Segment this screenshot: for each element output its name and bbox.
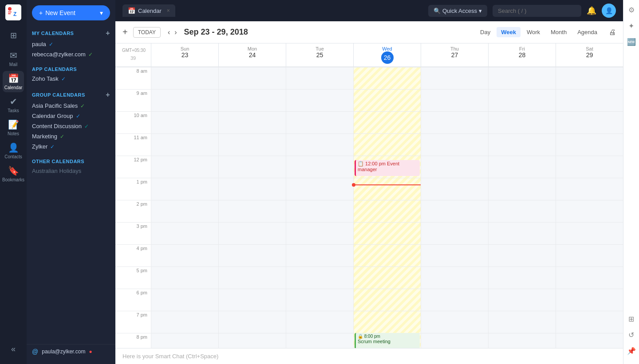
- day-cell[interactable]: [421, 156, 488, 178]
- day-cell[interactable]: [489, 333, 556, 348]
- day-cell[interactable]: [489, 111, 556, 133]
- day-cell[interactable]: [286, 200, 353, 222]
- day-col-fri[interactable]: [488, 67, 556, 348]
- day-cell[interactable]: [489, 133, 556, 156]
- sidebar-item-zylker[interactable]: Zylker ✓: [27, 141, 115, 152]
- day-cell[interactable]: [286, 244, 353, 266]
- day-cell[interactable]: [151, 222, 218, 244]
- sidebar-item-calendar-group[interactable]: Calendar Group ✓: [27, 111, 115, 121]
- day-cell[interactable]: [421, 311, 488, 333]
- new-event-button[interactable]: + New Event ▾: [32, 5, 110, 20]
- day-cell[interactable]: [151, 289, 218, 311]
- day-cell[interactable]: [219, 200, 286, 222]
- day-cell[interactable]: [556, 67, 623, 89]
- day-cell[interactable]: [286, 289, 353, 311]
- prev-week-button[interactable]: ‹: [166, 27, 172, 37]
- day-cell[interactable]: [556, 111, 623, 133]
- day-cell[interactable]: [354, 133, 421, 156]
- day-cell[interactable]: [354, 67, 421, 89]
- sidebar-item-contacts[interactable]: 👤 Contacts: [3, 140, 24, 161]
- day-cell[interactable]: [286, 178, 353, 200]
- add-widget-icon[interactable]: ⊞: [625, 313, 638, 325]
- day-cell[interactable]: [556, 89, 623, 111]
- day-cell[interactable]: [354, 289, 421, 311]
- day-cell[interactable]: [421, 289, 488, 311]
- day-cell[interactable]: [421, 200, 488, 222]
- event-manager[interactable]: 📋 12:00 pm Event manager: [355, 160, 420, 176]
- day-cell[interactable]: [219, 333, 286, 348]
- sidebar-item-apps[interactable]: ⊞: [3, 25, 24, 46]
- day-cell[interactable]: [354, 178, 421, 200]
- day-cell[interactable]: [219, 244, 286, 266]
- day-cell[interactable]: [421, 222, 488, 244]
- day-cell[interactable]: [151, 178, 218, 200]
- view-month-button[interactable]: Month: [546, 27, 571, 37]
- day-cell[interactable]: [556, 333, 623, 348]
- day-cell[interactable]: [151, 200, 218, 222]
- day-cell[interactable]: [556, 222, 623, 244]
- scrum-meeting-event[interactable]: 🔒 8:00 pm Scrum meeting: [355, 333, 420, 348]
- day-cell[interactable]: [489, 289, 556, 311]
- day-cell[interactable]: [556, 156, 623, 178]
- tab-close-icon[interactable]: ×: [167, 8, 170, 14]
- view-agenda-button[interactable]: Agenda: [573, 27, 602, 37]
- day-cell[interactable]: [421, 111, 488, 133]
- collapse-button[interactable]: «: [3, 341, 24, 357]
- day-cell[interactable]: [286, 266, 353, 289]
- day-cell[interactable]: [489, 244, 556, 266]
- day-cell[interactable]: [286, 89, 353, 111]
- sidebar-item-paula[interactable]: paula ✓: [27, 39, 115, 49]
- day-col-thu[interactable]: [421, 67, 488, 348]
- day-cell[interactable]: [286, 133, 353, 156]
- search-input[interactable]: [493, 5, 581, 17]
- day-cell[interactable]: [286, 222, 353, 244]
- day-cell[interactable]: [151, 156, 218, 178]
- sidebar-item-content-discussion[interactable]: Content Discussion ✓: [27, 121, 115, 131]
- sidebar-item-tasks[interactable]: ✔ Tasks: [3, 94, 24, 115]
- day-cell[interactable]: [219, 156, 286, 178]
- view-week-button[interactable]: Week: [497, 27, 521, 37]
- day-cell[interactable]: [151, 333, 218, 348]
- day-cell[interactable]: [219, 133, 286, 156]
- sidebar-item-rebecca[interactable]: rebecca@zylker.com ✓: [27, 49, 115, 59]
- add-event-button[interactable]: +: [122, 27, 128, 37]
- day-col-mon[interactable]: [218, 67, 286, 348]
- day-cell[interactable]: [421, 266, 488, 289]
- day-cell[interactable]: [489, 311, 556, 333]
- print-icon[interactable]: 🖨: [609, 28, 616, 36]
- view-work-button[interactable]: Work: [522, 27, 544, 37]
- sidebar-item-asia-pacific[interactable]: Asia Pacific Sales ✓: [27, 101, 115, 111]
- sidebar-item-marketing[interactable]: Marketing ✓: [27, 131, 115, 141]
- day-cell[interactable]: [421, 244, 488, 266]
- add-my-calendar-button[interactable]: +: [106, 29, 110, 37]
- quick-access-button[interactable]: 🔍 Quick Access ▾: [428, 5, 487, 17]
- new-feature-icon[interactable]: 🆕: [625, 35, 638, 48]
- smart-chat-bar[interactable]: Here is your Smart Chat (Ctrl+Space): [115, 348, 623, 364]
- day-cell[interactable]: [219, 311, 286, 333]
- calendar-tab[interactable]: 📅 Calendar ×: [122, 4, 175, 17]
- day-cell[interactable]: [489, 200, 556, 222]
- day-cell[interactable]: [489, 67, 556, 89]
- day-cell[interactable]: [151, 67, 218, 89]
- day-cell[interactable]: [354, 311, 421, 333]
- day-cell[interactable]: [556, 244, 623, 266]
- day-cell[interactable]: [556, 289, 623, 311]
- sidebar-item-mail[interactable]: ✉ Mail: [3, 48, 24, 69]
- day-cell[interactable]: [151, 266, 218, 289]
- day-cell[interactable]: [421, 89, 488, 111]
- pin-icon[interactable]: 📌: [625, 344, 638, 357]
- day-cell[interactable]: [219, 178, 286, 200]
- day-cell[interactable]: [354, 89, 421, 111]
- day-cell[interactable]: [286, 156, 353, 178]
- day-cell[interactable]: [489, 156, 556, 178]
- next-week-button[interactable]: ›: [173, 27, 178, 37]
- day-cell[interactable]: [151, 133, 218, 156]
- day-cell[interactable]: [151, 89, 218, 111]
- user-avatar[interactable]: 👤: [602, 4, 616, 18]
- sync-icon[interactable]: ↺: [625, 329, 638, 341]
- settings-icon[interactable]: ⚙: [625, 4, 638, 16]
- sidebar-item-calendar[interactable]: 📅 Calendar: [3, 71, 24, 92]
- sidebar-item-notes[interactable]: 📝 Notes: [3, 117, 24, 138]
- day-cell[interactable]: [219, 67, 286, 89]
- view-day-button[interactable]: Day: [476, 27, 495, 37]
